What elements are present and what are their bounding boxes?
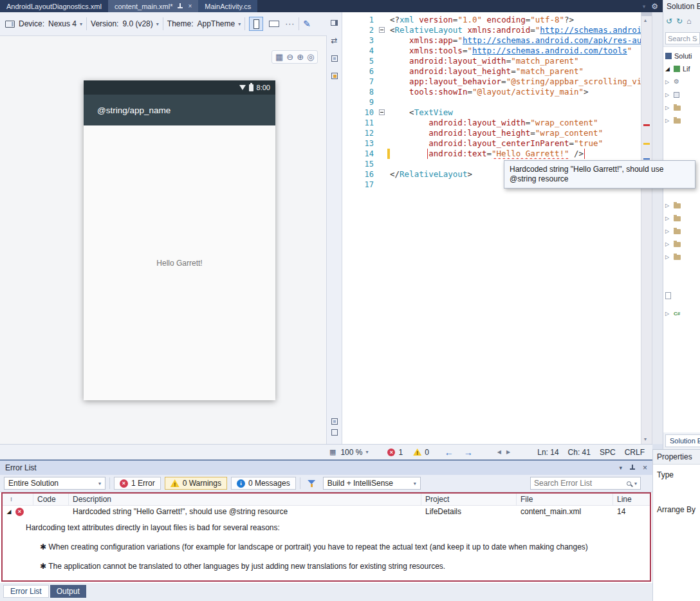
back-circle-icon[interactable]: ↺ bbox=[666, 17, 672, 26]
zoom-out-icon[interactable]: ⊖ bbox=[286, 52, 293, 62]
source-filter-dropdown[interactable]: Build + IntelliSense ▾ bbox=[323, 477, 421, 490]
chevron-down-icon[interactable]: ▾ bbox=[643, 3, 646, 10]
project-column-header[interactable]: Project bbox=[421, 494, 517, 505]
pin-icon[interactable] bbox=[629, 465, 636, 471]
messages-filter-button[interactable]: 0 Messages bbox=[231, 477, 296, 490]
error-list-search[interactable]: ▾ bbox=[530, 477, 641, 490]
expander-icon[interactable]: ▷ bbox=[665, 311, 671, 317]
tab-error-list[interactable]: Error List bbox=[3, 585, 49, 598]
expander-icon[interactable]: ▷ bbox=[665, 216, 671, 221]
chevron-down-icon[interactable]: ▾ bbox=[634, 481, 637, 486]
tree-item[interactable]: ▷ bbox=[665, 308, 680, 319]
splitter-grip[interactable] bbox=[641, 12, 652, 16]
tree-item[interactable] bbox=[665, 290, 671, 300]
properties-title[interactable]: Properties bbox=[653, 450, 700, 464]
fit-page-icon[interactable]: ▦ bbox=[275, 52, 283, 62]
expander-icon[interactable]: ▷ bbox=[665, 228, 671, 234]
home-icon[interactable]: ⌂ bbox=[686, 17, 691, 26]
code-line[interactable]: 2<RelativeLayout xmlns:android="http://s… bbox=[342, 25, 641, 35]
dock-pane-icon[interactable] bbox=[331, 20, 338, 26]
device-dropdown[interactable]: Nexus 4 ▾ bbox=[48, 19, 82, 28]
spaces-indicator[interactable]: SPC bbox=[600, 448, 616, 457]
actual-size-icon[interactable]: ◎ bbox=[307, 52, 314, 62]
code-line[interactable]: 7 app:layout_behavior="@string/appbar_sc… bbox=[342, 77, 641, 87]
collapse-expander-icon[interactable]: ◢ bbox=[3, 508, 15, 515]
code-line[interactable]: 13 android:layout_centerInParent="true" bbox=[342, 138, 641, 149]
code-column-header[interactable]: Code bbox=[33, 494, 69, 505]
code-line[interactable]: 4 xmlns:tools="http://schemas.android.co… bbox=[342, 46, 641, 56]
tab-output[interactable]: Output bbox=[50, 585, 86, 598]
tree-item-project[interactable]: ◢ Lif bbox=[665, 64, 690, 74]
tree-item[interactable]: ▷ bbox=[665, 252, 681, 262]
solution-search-input[interactable] bbox=[665, 32, 700, 44]
expand-pane-icon[interactable] bbox=[331, 429, 338, 436]
tree-item-solution[interactable]: Soluti bbox=[665, 51, 692, 61]
phone-preview[interactable]: 8:00 @string/app_name Hello Garrett! bbox=[84, 80, 275, 400]
expander-icon[interactable]: ▷ bbox=[665, 241, 671, 247]
error-row[interactable]: ◢ Hardcoded string "Hello Garrett!", sho… bbox=[3, 506, 650, 517]
tree-item[interactable]: ▷ bbox=[665, 213, 681, 223]
code-line[interactable]: 9 bbox=[342, 97, 641, 107]
search-icon[interactable] bbox=[627, 481, 631, 486]
tree-item[interactable]: ▷ bbox=[665, 200, 681, 210]
code-line[interactable]: 11 android:layout_width="wrap_content" bbox=[342, 118, 641, 128]
expander-icon[interactable]: ▷ bbox=[665, 79, 671, 85]
error-list-search-input[interactable] bbox=[534, 479, 623, 488]
code-line[interactable]: 3 xmlns:app="http://schemas.android.com/… bbox=[342, 35, 641, 46]
error-list-title-bar[interactable]: Error List ▾ × bbox=[0, 461, 652, 475]
description-column-header[interactable]: Description bbox=[69, 494, 421, 505]
navigate-back-icon[interactable]: ← bbox=[445, 447, 454, 458]
next-icon[interactable]: ▶ bbox=[506, 449, 510, 455]
swap-panes-icon[interactable]: ⇄ bbox=[331, 37, 337, 44]
expander-icon[interactable]: ▷ bbox=[665, 254, 671, 260]
warnings-filter-button[interactable]: 0 Warnings bbox=[165, 477, 227, 490]
severity-column-header[interactable]: ! bbox=[3, 494, 33, 505]
solution-explorer-title[interactable]: Solution Ex bbox=[663, 0, 700, 12]
code-line[interactable]: 12 android:layout_height="wrap_content" bbox=[342, 128, 641, 138]
close-icon[interactable]: × bbox=[188, 3, 192, 10]
zoom-level-dropdown[interactable]: 100 % ▾ bbox=[340, 448, 368, 457]
code-line[interactable]: 10 <TextView bbox=[342, 107, 641, 118]
designer-surface[interactable]: ▦ ⊖ ⊕ ◎ 8:00 @string/app_name Hello Garr… bbox=[0, 36, 327, 444]
version-dropdown[interactable]: 9.0 (v28) ▾ bbox=[122, 19, 158, 28]
expander-icon[interactable]: ▷ bbox=[665, 203, 671, 208]
errors-filter-button[interactable]: 1 Error bbox=[114, 477, 161, 490]
portrait-orientation-button[interactable] bbox=[249, 17, 263, 31]
editor-scrollbar[interactable]: ▴ ▾ bbox=[641, 12, 652, 444]
tab-androidlayoutdiagnostics-xml[interactable]: AndroidLayoutDiagnostics.xml bbox=[0, 0, 108, 12]
scroll-up-icon[interactable]: ▴ bbox=[644, 17, 647, 23]
tab-solution-explorer[interactable]: Solution Ex bbox=[665, 434, 700, 447]
expander-icon[interactable]: ▷ bbox=[665, 118, 671, 124]
expander-icon[interactable]: ▷ bbox=[665, 105, 671, 111]
forward-circle-icon[interactable]: ↻ bbox=[676, 17, 683, 26]
previous-icon[interactable]: ◀ bbox=[497, 449, 501, 455]
collapse-pane-icon[interactable] bbox=[331, 418, 338, 425]
arrange-by-label[interactable]: Arrange By bbox=[657, 505, 700, 514]
fold-toggle-icon[interactable] bbox=[379, 27, 385, 33]
tree-item[interactable]: ▷ bbox=[665, 115, 681, 125]
fold-toggle-icon[interactable] bbox=[379, 109, 385, 115]
zoom-in-icon[interactable]: ⊕ bbox=[297, 52, 304, 62]
tree-item[interactable]: ▷⚙ bbox=[665, 77, 679, 87]
navigate-forward-icon[interactable]: → bbox=[464, 447, 473, 458]
single-view-icon[interactable] bbox=[331, 55, 338, 62]
gear-icon[interactable]: ⚙ bbox=[651, 2, 658, 11]
window-position-icon[interactable]: ▾ bbox=[619, 465, 622, 471]
scope-dropdown[interactable]: Entire Solution ▾ bbox=[4, 477, 106, 490]
code-editor[interactable]: 1<?xml version="1.0" encoding="utf-8"?>2… bbox=[342, 12, 641, 444]
expander-icon[interactable]: ◢ bbox=[665, 66, 671, 72]
line-ending-indicator[interactable]: CRLF bbox=[625, 448, 645, 457]
tree-item[interactable]: ▷ bbox=[665, 89, 679, 100]
pin-icon[interactable] bbox=[177, 3, 183, 10]
grid-icon[interactable]: ▦ bbox=[329, 448, 336, 456]
expander-icon[interactable]: ▷ bbox=[665, 92, 671, 98]
tree-item[interactable]: ▷ bbox=[665, 226, 681, 236]
code-line[interactable]: 1<?xml version="1.0" encoding="utf-8"?> bbox=[342, 15, 641, 25]
landscape-orientation-button[interactable] bbox=[269, 21, 279, 27]
line-column-header[interactable]: Line bbox=[613, 494, 650, 505]
source-view-icon[interactable] bbox=[331, 73, 338, 79]
theme-dropdown[interactable]: AppTheme ▾ bbox=[197, 19, 241, 28]
code-line[interactable]: 6 android:layout_height="match_parent" bbox=[342, 66, 641, 77]
overflow-menu-button[interactable]: ··· bbox=[285, 19, 295, 28]
filter-icon[interactable] bbox=[308, 479, 316, 488]
